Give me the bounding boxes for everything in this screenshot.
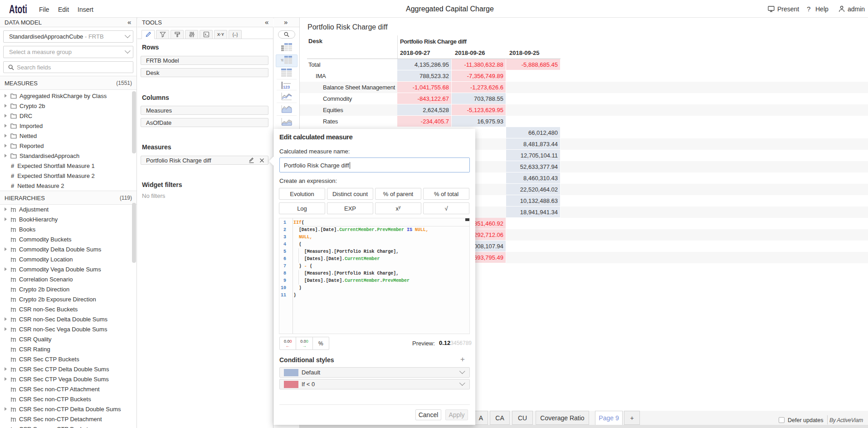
svg-text:123: 123 [283, 85, 290, 89]
svg-text:'E: 'E [281, 58, 284, 62]
